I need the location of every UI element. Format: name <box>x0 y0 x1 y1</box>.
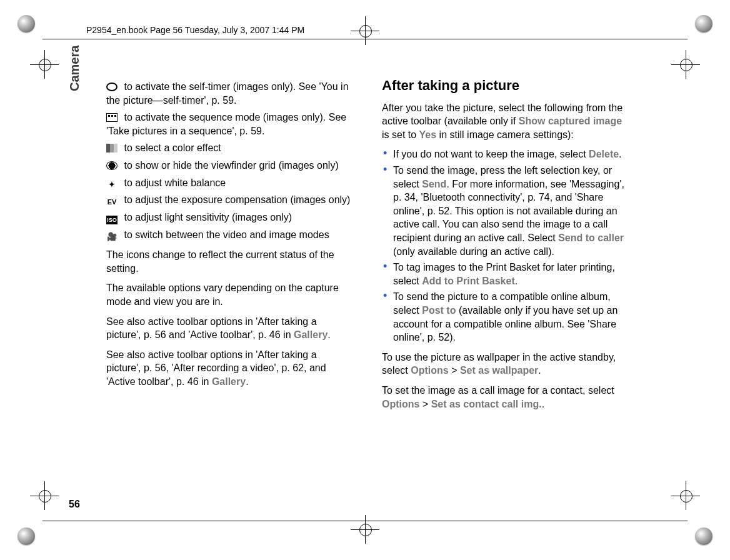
option-self-timer: to activate the self-timer (images only)… <box>106 80 353 107</box>
para-icons-change: The icons change to reflect the current … <box>106 248 353 275</box>
option-wb: ✦ to adjust white balance <box>106 176 353 190</box>
crop-mark <box>30 481 59 510</box>
crop-mark <box>30 50 59 79</box>
option-color: to select a color effect <box>106 141 353 155</box>
corner-ornament <box>695 528 712 545</box>
option-grid: to show or hide the viewfinder grid (ima… <box>106 159 353 172</box>
sequence-icon <box>106 113 118 122</box>
para-wallpaper: To use the picture as wallpaper in the a… <box>382 351 629 378</box>
para-see-also-1: See also active toolbar options in 'Afte… <box>106 315 353 342</box>
header-text: P2954_en.book Page 56 Tuesday, July 3, 2… <box>86 25 304 35</box>
para-see-also-2: See also active toolbar options in 'Afte… <box>106 348 353 389</box>
timer-icon <box>106 82 118 91</box>
heading-after-taking: After taking a picture <box>382 76 629 95</box>
corner-ornament <box>18 15 35 32</box>
exposure-icon: EV <box>106 198 118 207</box>
grid-icon <box>106 161 118 170</box>
corner-ornament <box>695 15 712 32</box>
crop-mark <box>351 515 379 544</box>
para-options-vary: The available options vary depending on … <box>106 281 353 308</box>
iso-icon: ISO <box>106 216 118 224</box>
crop-mark <box>671 50 700 79</box>
crop-mark <box>351 16 379 45</box>
list-item: If you do not want to keep the image, se… <box>393 148 629 161</box>
intro-para: After you take the picture, select the f… <box>382 101 629 142</box>
right-column: After taking a picture After you take th… <box>382 76 629 417</box>
list-item: To send the image, press the left select… <box>393 164 629 258</box>
crop-mark <box>671 481 700 510</box>
list-item: To send the picture to a compatible onli… <box>393 290 629 344</box>
corner-ornament <box>18 528 35 545</box>
mode-switch-icon: 🎥 <box>106 233 118 242</box>
options-list: If you do not want to keep the image, se… <box>382 148 629 344</box>
color-effect-icon <box>106 144 118 152</box>
section-label: Camera <box>68 46 82 91</box>
option-sequence: to activate the sequence mode (images on… <box>106 111 353 138</box>
left-column: to activate the self-timer (images only)… <box>106 76 353 417</box>
para-call-image: To set the image as a call image for a c… <box>382 384 629 411</box>
content-area: to activate the self-timer (images only)… <box>106 76 679 417</box>
white-balance-icon: ✦ <box>106 180 118 189</box>
option-exposure: EV to adjust the exposure compensation (… <box>106 193 353 207</box>
page-number: 56 <box>69 499 80 510</box>
list-item: To tag images to the Print Basket for la… <box>393 261 629 288</box>
option-iso: ISO to adjust light sensitivity (images … <box>106 211 353 224</box>
option-mode: 🎥 to switch between the video and image … <box>106 228 353 242</box>
